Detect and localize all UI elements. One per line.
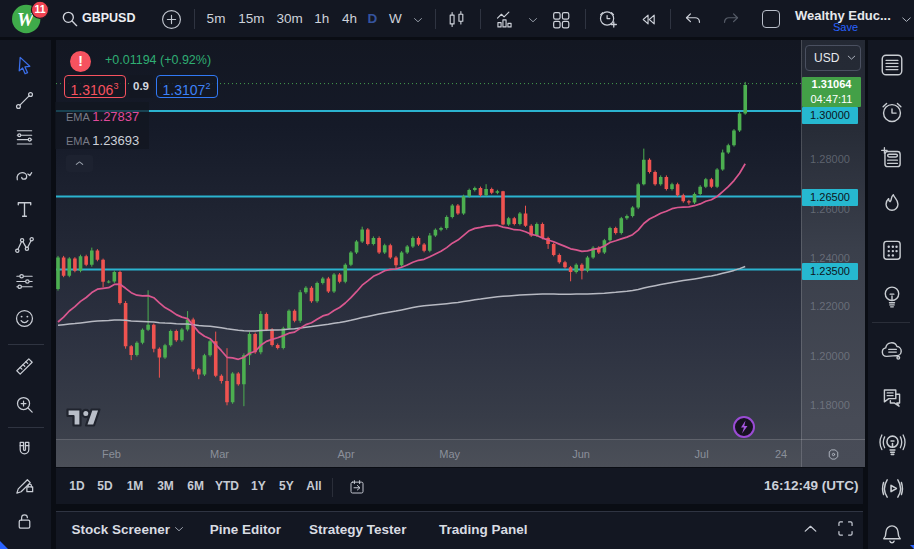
svg-text:11: 11 [34, 3, 45, 15]
